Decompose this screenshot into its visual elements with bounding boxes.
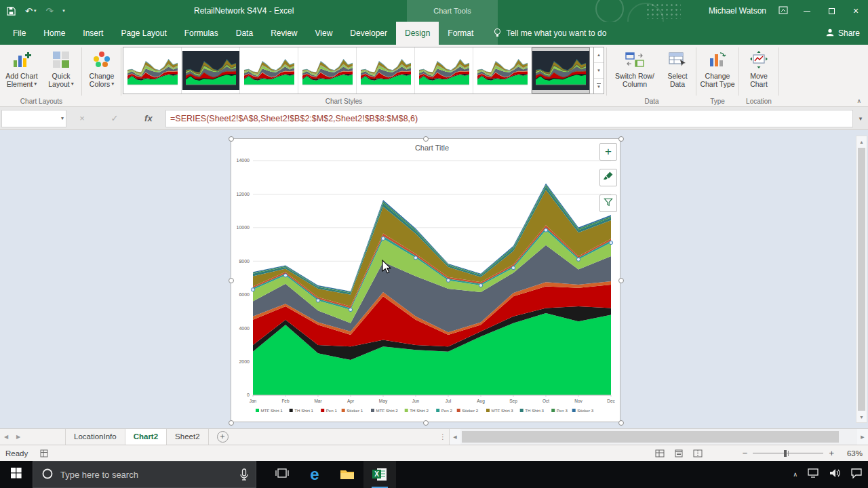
tab-review[interactable]: Review (262, 22, 306, 45)
change-colors-button[interactable]: Change Colors▾ (83, 46, 120, 96)
tab-scroll-divider[interactable]: ⋮ (437, 429, 449, 445)
chart-style-8[interactable] (532, 47, 590, 94)
chart-style-6[interactable] (415, 47, 473, 94)
chart-resize-handle[interactable] (229, 278, 234, 283)
tab-insert[interactable]: Insert (74, 22, 112, 45)
qat-customize-icon[interactable]: ▾ (62, 8, 65, 14)
page-break-view-button[interactable] (691, 447, 705, 460)
gallery-scroll-down-icon[interactable]: ▼ (594, 63, 604, 79)
ribbon-display-options-icon[interactable] (778, 5, 788, 17)
chart-style-2[interactable] (182, 47, 240, 94)
chart-styles-button[interactable] (599, 169, 617, 186)
enter-icon[interactable]: ✓ (111, 113, 119, 123)
chart-resize-handle[interactable] (423, 136, 429, 142)
change-chart-type-button[interactable]: Change Chart Type (698, 46, 737, 96)
scroll-down-icon[interactable]: ▼ (856, 411, 867, 422)
chart-style-5[interactable] (357, 47, 415, 94)
sheet-tab-sheet2[interactable]: Sheet2 (167, 429, 208, 445)
scroll-up-icon[interactable]: ▲ (856, 136, 867, 147)
chart-elements-button[interactable]: + (599, 143, 617, 161)
chart-resize-handle[interactable] (618, 420, 624, 426)
chart-style-1[interactable] (123, 47, 182, 94)
zoom-in-button[interactable]: + (829, 448, 834, 458)
tab-home[interactable]: Home (35, 22, 74, 45)
action-center-icon[interactable] (850, 468, 863, 481)
horizontal-scrollbar[interactable]: ◀ ▶ (449, 429, 868, 445)
tab-data[interactable]: Data (227, 22, 262, 45)
svg-text:0: 0 (247, 392, 250, 397)
user-name[interactable]: Michael Watson (709, 6, 766, 16)
speaker-icon[interactable] (829, 468, 841, 481)
formula-bar-expand-icon[interactable]: ▾ (853, 115, 868, 122)
gallery-more-icon[interactable]: ▼ (594, 79, 604, 94)
chart-resize-handle[interactable] (423, 420, 429, 426)
chart-resize-handle[interactable] (618, 136, 624, 142)
chart-resize-handle[interactable] (229, 420, 234, 426)
select-data-button[interactable]: Select Data (660, 46, 694, 96)
chart[interactable]: 02000400060008000100001200014000JanFebMa… (231, 138, 620, 422)
tray-chevron-icon[interactable]: ∧ (793, 471, 797, 478)
excel-taskbar-icon[interactable]: X (363, 461, 396, 488)
tab-format[interactable]: Format (439, 22, 482, 45)
new-sheet-button[interactable]: + (217, 431, 229, 443)
cancel-icon[interactable]: × (79, 113, 85, 123)
taskbar-search[interactable]: Type here to search (33, 461, 256, 488)
zoom-slider-thumb[interactable] (784, 450, 787, 457)
save-icon[interactable] (7, 7, 16, 16)
tell-me-box[interactable]: Tell me what you want to do (493, 22, 606, 45)
tab-file[interactable]: File (4, 22, 35, 45)
sheet-nav-left-icon[interactable]: ◀ (0, 429, 12, 445)
chart-style-3[interactable] (240, 47, 298, 94)
quick-layout-button[interactable]: Quick Layout▾ (42, 46, 80, 96)
minimize-button[interactable] (795, 0, 819, 22)
vertical-scrollbar-thumb[interactable] (858, 148, 865, 411)
chart-filters-button[interactable] (599, 195, 617, 212)
change-colors-icon (92, 47, 111, 72)
normal-view-button[interactable] (653, 447, 667, 460)
scroll-left-icon[interactable]: ◀ (450, 434, 460, 440)
tab-developer[interactable]: Developer (341, 22, 396, 45)
name-box-dropdown-icon[interactable]: ▾ (61, 110, 64, 127)
tab-formulas[interactable]: Formulas (176, 22, 227, 45)
edge-icon[interactable]: e (298, 461, 331, 488)
chart-style-7[interactable] (473, 47, 532, 94)
horizontal-scrollbar-thumb[interactable] (462, 431, 839, 443)
network-icon[interactable] (807, 468, 819, 481)
macro-record-icon[interactable] (40, 449, 48, 458)
redo-icon[interactable]: ↷ (45, 6, 53, 16)
tab-design[interactable]: Design (396, 22, 439, 45)
insert-function-icon[interactable]: fx (144, 113, 153, 123)
group-label-location: Location (741, 98, 777, 105)
tab-view[interactable]: View (307, 22, 342, 45)
restore-button[interactable] (819, 0, 844, 22)
share-button[interactable]: Share (825, 22, 860, 45)
sheet-tab-locationinfo[interactable]: LocationInfo (65, 429, 125, 445)
sheet-tab-chart2[interactable]: Chart2 (125, 429, 167, 445)
gallery-scroll-up-icon[interactable]: ▲ (594, 47, 604, 63)
formula-input[interactable]: =SERIES(Sheet2!$A$8,Sheet2!$B$2:$M$2,She… (165, 110, 853, 127)
scroll-right-icon[interactable]: ▶ (857, 434, 868, 440)
collapse-ribbon-icon[interactable]: ∧ (856, 98, 861, 104)
name-box[interactable]: ▾ (1, 110, 66, 127)
chart-resize-handle[interactable] (618, 278, 624, 283)
microphone-icon[interactable] (239, 468, 249, 484)
page-layout-view-button[interactable] (672, 447, 686, 460)
undo-icon[interactable]: ↶▾ (25, 6, 36, 16)
tab-page-layout[interactable]: Page Layout (112, 22, 175, 45)
chart-style-4[interactable] (298, 47, 357, 94)
sheet-nav-right-icon[interactable]: ▶ (12, 429, 24, 445)
chart-resize-handle[interactable] (229, 136, 234, 142)
zoom-slider[interactable] (753, 449, 823, 458)
file-explorer-icon[interactable] (331, 461, 363, 488)
worksheet-area[interactable]: 02000400060008000100001200014000JanFebMa… (0, 130, 868, 428)
dropdown-arrow-icon: ▾ (71, 80, 74, 88)
start-button[interactable] (0, 461, 33, 488)
vertical-scrollbar[interactable]: ▲ ▼ (856, 136, 867, 423)
task-view-button[interactable] (266, 461, 298, 488)
add-chart-element-button[interactable]: Add Chart Element▾ (1, 46, 42, 96)
zoom-out-button[interactable]: − (743, 448, 748, 458)
zoom-level[interactable]: 63% (840, 449, 863, 458)
move-chart-button[interactable]: Move Chart (741, 46, 777, 96)
close-button[interactable]: × (844, 0, 868, 22)
switch-row-column-button[interactable]: Switch Row/ Column (609, 46, 660, 96)
